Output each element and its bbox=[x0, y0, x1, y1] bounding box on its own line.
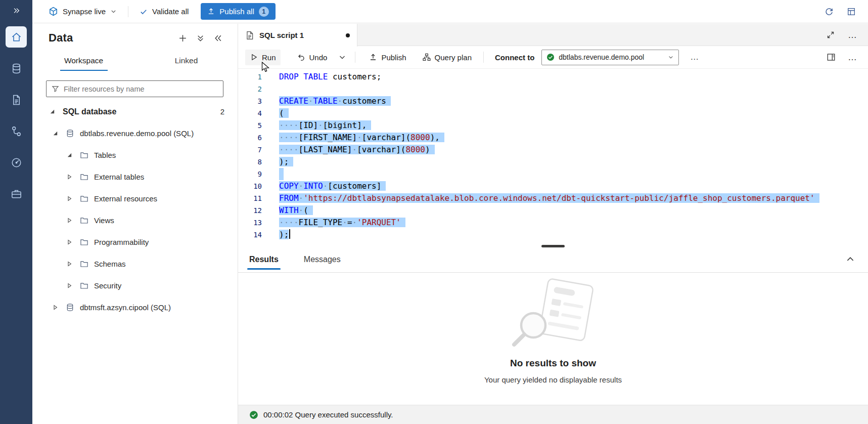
caret-collapsed-icon[interactable] bbox=[67, 283, 80, 288]
synapse-studio-window: { "topbar": { "workspace_mode": "Synapse… bbox=[0, 0, 868, 424]
pool-selector-dropdown[interactable]: dbtlabs.revenue.demo.pool bbox=[541, 50, 679, 65]
tab-messages[interactable]: Messages bbox=[302, 247, 343, 272]
sidebar-item-data[interactable] bbox=[0, 53, 32, 84]
results-splitter-handle[interactable] bbox=[541, 245, 565, 247]
code-line-5[interactable]: 5····[ID]·[bigint], bbox=[238, 119, 868, 132]
tree-item-external-resources[interactable]: External resources bbox=[32, 188, 238, 209]
selection-highlight: COPY·INTO·[customers] bbox=[279, 181, 386, 191]
sidebar-item-manage[interactable] bbox=[0, 178, 32, 209]
caret-collapsed-icon[interactable] bbox=[67, 174, 80, 180]
tree-item-tables[interactable]: Tables bbox=[32, 144, 238, 166]
code-line-2[interactable]: 2 bbox=[238, 83, 868, 95]
caret-collapsed-icon[interactable] bbox=[67, 261, 80, 267]
data-explorer-panel: Data Workspace Linked SQL database2dbtla… bbox=[32, 24, 238, 424]
refresh-icon[interactable] bbox=[825, 7, 834, 16]
code-line-10[interactable]: 10COPY·INTO·[customers] bbox=[238, 180, 868, 192]
tree-item-count: 2 bbox=[220, 107, 224, 116]
caret-collapsed-icon[interactable] bbox=[67, 218, 80, 223]
run-options-dropdown[interactable] bbox=[336, 50, 349, 65]
tab-sql-script-1[interactable]: SQL script 1 bbox=[238, 24, 357, 47]
explorer-actions bbox=[178, 34, 222, 43]
editor-more-options-icon[interactable]: … bbox=[848, 55, 857, 60]
caret-collapsed-icon[interactable] bbox=[67, 239, 80, 245]
tab-more-options-icon[interactable]: … bbox=[848, 32, 857, 37]
caret-collapsed-icon[interactable] bbox=[67, 196, 80, 201]
sidebar-item-integrate[interactable] bbox=[0, 115, 32, 147]
validate-all-label: Validate all bbox=[152, 7, 189, 16]
properties-panel-icon[interactable] bbox=[827, 53, 836, 62]
code-line-6[interactable]: 6····[FIRST_NAME]·[varchar](8000), bbox=[238, 132, 868, 144]
collapse-results-icon[interactable] bbox=[846, 255, 855, 264]
collapse-all-icon[interactable] bbox=[196, 34, 205, 43]
table-view-icon[interactable] bbox=[847, 7, 856, 16]
code-line-3[interactable]: 3CREATE·TABLE·customers bbox=[238, 95, 868, 107]
code-line-7[interactable]: 7····[LAST_NAME]·[varchar](8000) bbox=[238, 144, 868, 156]
toolbar-more-options-icon[interactable]: … bbox=[686, 50, 703, 64]
explorer-header: Data bbox=[49, 30, 222, 46]
caret-expanded-icon[interactable] bbox=[53, 131, 66, 136]
tab-linked[interactable]: Linked bbox=[135, 53, 238, 71]
explorer-tabs: Workspace Linked bbox=[32, 53, 238, 71]
success-check-icon bbox=[249, 410, 258, 419]
tree-item-external-tables[interactable]: External tables bbox=[32, 166, 238, 188]
expand-sidebar-button[interactable] bbox=[0, 3, 32, 18]
tree-item-label: dbtmsft.azsyn.cipool (SQL) bbox=[80, 303, 171, 312]
folder-icon bbox=[80, 173, 89, 181]
folder-icon bbox=[80, 281, 89, 290]
code-line-9[interactable]: 9 bbox=[238, 168, 868, 180]
expand-editor-icon[interactable] bbox=[827, 31, 835, 39]
branch-selector[interactable]: Synapse live bbox=[49, 7, 117, 16]
sidebar-item-monitor[interactable] bbox=[0, 147, 32, 178]
tree-item-schemas[interactable]: Schemas bbox=[32, 253, 238, 275]
code-line-14[interactable]: 14); bbox=[238, 229, 868, 241]
caret-expanded-icon[interactable] bbox=[50, 109, 63, 114]
undo-button[interactable]: Undo bbox=[293, 50, 332, 65]
code-line-4[interactable]: 4( bbox=[238, 107, 868, 119]
query-status-bar: 00:00:02 Query executed successfully. bbox=[238, 405, 868, 424]
top-command-bar: Synapse live Validate all Publish all 1 bbox=[32, 0, 868, 23]
publish-all-button[interactable]: Publish all 1 bbox=[201, 3, 275, 20]
sidebar-item-develop[interactable] bbox=[0, 84, 32, 115]
tree-item-programmability[interactable]: Programmability bbox=[32, 231, 238, 253]
tree-item-dbtlabs-revenue-demo-pool-sql[interactable]: dbtlabs.revenue.demo.pool (SQL) bbox=[32, 122, 238, 144]
tree-item-sql-database[interactable]: SQL database2 bbox=[32, 101, 238, 122]
filter-funnel-icon bbox=[52, 85, 59, 93]
query-plan-button[interactable]: Query plan bbox=[418, 50, 476, 65]
line-number: 13 bbox=[238, 217, 262, 229]
collapse-panel-icon[interactable] bbox=[214, 34, 222, 43]
tab-results-label: Results bbox=[249, 255, 279, 264]
tab-results[interactable]: Results bbox=[247, 247, 281, 272]
run-button[interactable]: Run bbox=[245, 50, 281, 65]
line-number: 7 bbox=[238, 144, 262, 156]
code-line-11[interactable]: 11FROM·'https://dbtlabsynapsedatalake.bl… bbox=[238, 192, 868, 204]
tree-item-label: External resources bbox=[94, 194, 157, 203]
filter-resources-input[interactable] bbox=[64, 85, 218, 93]
publish-button[interactable]: Publish bbox=[364, 50, 410, 65]
tab-workspace[interactable]: Workspace bbox=[32, 53, 135, 71]
tree-item-views[interactable]: Views bbox=[32, 209, 238, 231]
add-resource-icon[interactable] bbox=[178, 34, 187, 43]
tab-linked-label: Linked bbox=[175, 56, 198, 65]
code-line-13[interactable]: 13····FILE_TYPE·=·'PARQUET' bbox=[238, 217, 868, 229]
code-editor[interactable]: 1DROP TABLE customers;23CREATE·TABLE·cus… bbox=[238, 69, 868, 246]
code-line-12[interactable]: 12WITH·( bbox=[238, 204, 868, 217]
tree-item-dbtmsft-azsyn-cipool-sql[interactable]: dbtmsft.azsyn.cipool (SQL) bbox=[32, 296, 238, 318]
line-number: 4 bbox=[238, 107, 262, 119]
sql-script-icon bbox=[245, 31, 254, 40]
tree-item-label: Tables bbox=[94, 151, 116, 159]
validate-all-button[interactable]: Validate all bbox=[140, 7, 189, 16]
tree-item-label: dbtlabs.revenue.demo.pool (SQL) bbox=[80, 129, 194, 138]
line-number: 10 bbox=[238, 180, 262, 192]
caret-expanded-icon[interactable] bbox=[67, 152, 80, 158]
monitor-icon bbox=[6, 152, 27, 173]
sidebar-item-home[interactable] bbox=[0, 21, 32, 53]
tree-item-security[interactable]: Security bbox=[32, 275, 238, 296]
tree-item-label: Views bbox=[94, 216, 114, 225]
unsaved-indicator bbox=[346, 33, 350, 37]
folder-icon bbox=[80, 260, 89, 268]
code-line-8[interactable]: 8); bbox=[238, 156, 868, 168]
line-number: 5 bbox=[238, 119, 262, 132]
resource-tree: SQL database2dbtlabs.revenue.demo.pool (… bbox=[32, 101, 238, 318]
caret-collapsed-icon[interactable] bbox=[53, 305, 66, 310]
code-line-1[interactable]: 1DROP TABLE customers; bbox=[238, 71, 868, 83]
